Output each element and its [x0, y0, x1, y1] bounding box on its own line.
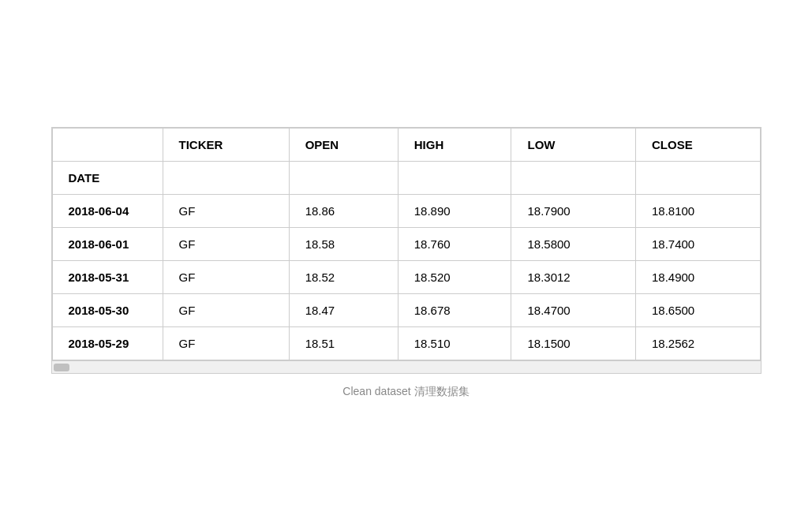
header-low: LOW: [511, 129, 636, 162]
date-label-cell: DATE: [52, 162, 163, 195]
date-label-empty-1: [163, 162, 289, 195]
row-low: 18.5800: [511, 228, 636, 261]
row-open: 18.58: [289, 228, 398, 261]
row-low: 18.3012: [511, 261, 636, 294]
row-open: 18.51: [289, 327, 398, 360]
row-close: 18.2562: [635, 327, 760, 360]
row-high: 18.760: [398, 228, 511, 261]
table-wrapper: TICKER OPEN HIGH LOW CLOSE DATE 201: [51, 127, 761, 399]
table-row: 2018-05-29 GF 18.51 18.510 18.1500 18.25…: [52, 327, 760, 360]
row-close: 18.6500: [635, 294, 760, 327]
row-close: 18.4900: [635, 261, 760, 294]
table-container: TICKER OPEN HIGH LOW CLOSE DATE 201: [51, 127, 761, 361]
row-ticker: GF: [163, 327, 289, 360]
horizontal-scrollbar[interactable]: [51, 361, 761, 374]
header-row: TICKER OPEN HIGH LOW CLOSE: [52, 129, 760, 162]
header-empty: [52, 129, 163, 162]
row-date: 2018-05-31: [52, 261, 163, 294]
row-ticker: GF: [163, 195, 289, 228]
date-label-empty-5: [635, 162, 760, 195]
row-date: 2018-06-01: [52, 228, 163, 261]
header-open: OPEN: [289, 129, 398, 162]
date-label-empty-3: [398, 162, 511, 195]
row-open: 18.86: [289, 195, 398, 228]
row-open: 18.47: [289, 294, 398, 327]
data-table: TICKER OPEN HIGH LOW CLOSE DATE 201: [52, 128, 761, 360]
table-row: 2018-06-04 GF 18.86 18.890 18.7900 18.81…: [52, 195, 760, 228]
row-open: 18.52: [289, 261, 398, 294]
date-label-empty-2: [289, 162, 398, 195]
header-close: CLOSE: [635, 129, 760, 162]
row-ticker: GF: [163, 261, 289, 294]
row-close: 18.8100: [635, 195, 760, 228]
row-low: 18.4700: [511, 294, 636, 327]
table-row: 2018-05-31 GF 18.52 18.520 18.3012 18.49…: [52, 261, 760, 294]
row-date: 2018-05-30: [52, 294, 163, 327]
row-date: 2018-05-29: [52, 327, 163, 360]
row-ticker: GF: [163, 228, 289, 261]
date-label-row: DATE: [52, 162, 760, 195]
row-high: 18.520: [398, 261, 511, 294]
header-high: HIGH: [398, 129, 511, 162]
table-row: 2018-05-30 GF 18.47 18.678 18.4700 18.65…: [52, 294, 760, 327]
scrollbar-thumb[interactable]: [54, 364, 69, 371]
row-date: 2018-06-04: [52, 195, 163, 228]
table-row: 2018-06-01 GF 18.58 18.760 18.5800 18.74…: [52, 228, 760, 261]
date-label-empty-4: [511, 162, 636, 195]
row-high: 18.678: [398, 294, 511, 327]
row-low: 18.7900: [511, 195, 636, 228]
header-ticker: TICKER: [163, 129, 289, 162]
row-high: 18.890: [398, 195, 511, 228]
row-close: 18.7400: [635, 228, 760, 261]
row-high: 18.510: [398, 327, 511, 360]
row-low: 18.1500: [511, 327, 636, 360]
row-ticker: GF: [163, 294, 289, 327]
table-caption: Clean dataset 清理数据集: [51, 385, 761, 399]
